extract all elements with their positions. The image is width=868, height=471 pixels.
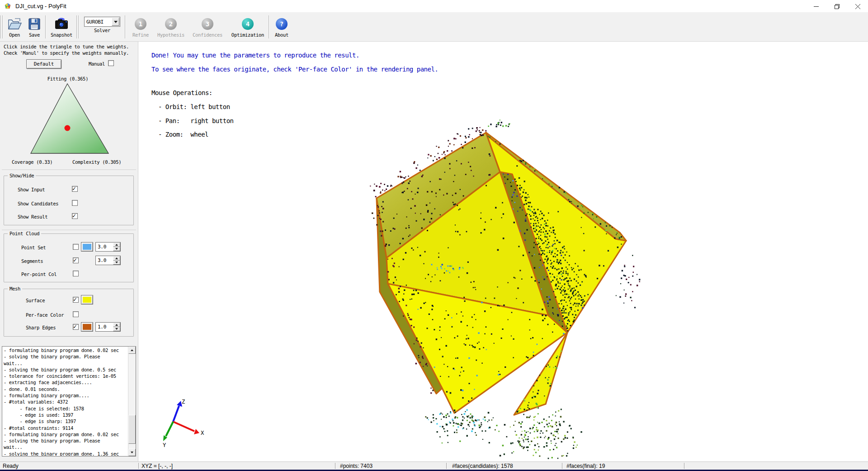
separator-line: [2, 170, 136, 171]
point-set-color-swatch: [83, 244, 91, 250]
solver-group: GUROBI Solver: [80, 13, 124, 41]
open-label: Open: [9, 32, 20, 38]
spinner-buttons[interactable]: [113, 243, 120, 251]
solver-dropdown[interactable]: GUROBI: [84, 17, 120, 27]
toolbar-separator: [45, 15, 46, 38]
minimize-button[interactable]: [806, 0, 826, 13]
step-hypothesis-button[interactable]: 2 Hypothesis: [155, 13, 187, 41]
step-4-icon: 4: [242, 18, 254, 30]
mesh-title: Mesh: [8, 286, 22, 291]
solver-label: Solver: [94, 28, 110, 33]
window-title: DJI_cut.vg - PolyFit: [15, 3, 66, 10]
restore-button[interactable]: [826, 0, 847, 13]
sharp-edges-color-button[interactable]: [81, 322, 93, 332]
instruction-line-2: Check 'Manul' to specify the weights man…: [4, 50, 129, 56]
show-input-checkbox[interactable]: [72, 186, 78, 192]
status-faces-candidates: #faces(candidates): 1578: [452, 463, 513, 469]
mesh-group: Mesh Surface Per-face Color Sharp Edges …: [4, 289, 134, 337]
surface-color-button[interactable]: [81, 295, 93, 304]
point-set-color-button[interactable]: [81, 242, 93, 252]
point-size-spinner[interactable]: 3.0: [95, 242, 121, 252]
per-face-color-label: Per-face Color: [26, 312, 64, 318]
titlebar: DJI_cut.vg - PolyFit: [0, 0, 868, 13]
show-result-checkbox[interactable]: [72, 213, 78, 219]
viewport-3d[interactable]: Done! You may tune the parameters to rep…: [138, 42, 868, 461]
scrollbar-thumb[interactable]: [128, 415, 136, 444]
scroll-down-icon[interactable]: [128, 449, 136, 456]
status-ready: Ready: [3, 463, 19, 469]
log-scrollbar[interactable]: [128, 347, 136, 456]
segments-size-spinner[interactable]: 3.0: [95, 256, 121, 265]
about-button[interactable]: ? About: [270, 13, 293, 41]
per-point-color-checkbox[interactable]: [73, 271, 79, 276]
main-area: Click inside the triangle to tune the we…: [0, 42, 868, 461]
status-separator: [684, 463, 685, 469]
x-arrow-icon: [194, 429, 199, 434]
toolbar-handle[interactable]: [0, 15, 4, 38]
show-hide-group: Show/Hide Show Input Show Candidates Sho…: [4, 176, 134, 225]
spin-up-icon: [113, 256, 120, 261]
statusbar: Ready XYZ = [-, -, -] #points: 7403 #fac…: [0, 461, 868, 471]
dropdown-arrow-icon[interactable]: [112, 18, 119, 26]
spin-up-icon: [113, 323, 120, 327]
save-floppy-icon: [28, 17, 41, 31]
surface-checkbox[interactable]: [73, 297, 79, 303]
sharp-edges-color-swatch: [83, 324, 91, 330]
point-set-checkbox[interactable]: [73, 244, 79, 250]
default-button[interactable]: Default: [26, 59, 61, 69]
axes-indicator: Z X Y: [143, 389, 208, 459]
window-controls: [806, 0, 868, 13]
sharp-edges-checkbox[interactable]: [73, 324, 79, 330]
show-candidates-label: Show Candidates: [18, 201, 58, 206]
save-label: Save: [29, 32, 40, 38]
save-button[interactable]: Save: [24, 13, 44, 41]
toolbar: Open Save: [0, 13, 868, 42]
show-candidates-checkbox[interactable]: [72, 200, 78, 206]
status-separator: [562, 463, 563, 469]
hypothesis-label: Hypothesis: [157, 32, 184, 38]
close-button[interactable]: [847, 0, 868, 13]
segments-checkbox[interactable]: [73, 257, 79, 263]
triangle-shape[interactable]: [31, 84, 108, 153]
spin-up-icon: [113, 243, 120, 247]
app-icon: [4, 3, 11, 10]
z-axis: [173, 406, 179, 422]
weights-triangle[interactable]: [23, 82, 117, 156]
step-2-icon: 2: [165, 18, 177, 30]
scroll-up-icon[interactable]: [128, 347, 136, 354]
snapshot-button[interactable]: Snapshot: [47, 13, 76, 41]
show-hide-title: Show/Hide: [8, 173, 36, 178]
spin-down-icon: [113, 327, 120, 332]
step-refine-button[interactable]: 1 Refine: [127, 13, 155, 41]
step-3-icon: 3: [202, 18, 213, 30]
sharp-edges-label: Sharp Edges: [26, 325, 56, 330]
spinner-buttons[interactable]: [113, 256, 120, 265]
segments-label: Segments: [21, 258, 43, 264]
show-result-label: Show Result: [18, 214, 47, 219]
point-set-label: Point Set: [21, 245, 46, 250]
log-output[interactable]: - formulating binary program done. 0.02 …: [2, 346, 136, 457]
spinner-buttons[interactable]: [113, 323, 120, 331]
complexity-weight-label: Complexity (0.305): [72, 159, 121, 165]
surface-label: Surface: [26, 298, 45, 303]
instruction-line-1: Click inside the triangle to tune the we…: [4, 44, 129, 49]
toolbar-handle[interactable]: [76, 15, 80, 38]
about-label: About: [275, 32, 288, 38]
open-button[interactable]: Open: [5, 13, 24, 41]
toolbar-separator: [125, 15, 126, 38]
weight-dot[interactable]: [65, 125, 71, 131]
step-confidences-button[interactable]: 3 Confidences: [187, 13, 228, 41]
status-separator: [446, 463, 447, 469]
confidences-label: Confidences: [193, 32, 222, 38]
status-points-count: #points: 7403: [340, 463, 373, 469]
mesh-render: [138, 42, 868, 461]
per-face-color-checkbox[interactable]: [73, 311, 79, 317]
edge-width-spinner[interactable]: 1.0: [95, 322, 121, 332]
question-icon: ?: [276, 18, 288, 30]
left-panel: Click inside the triangle to tune the we…: [0, 42, 138, 461]
step-optimization-button[interactable]: 4 Optimization: [228, 13, 268, 41]
status-faces-final: #faces(final): 19: [566, 463, 605, 469]
manual-checkbox[interactable]: [108, 60, 114, 66]
per-point-color-label: Per-point Col: [21, 271, 57, 277]
status-separator: [138, 463, 139, 469]
